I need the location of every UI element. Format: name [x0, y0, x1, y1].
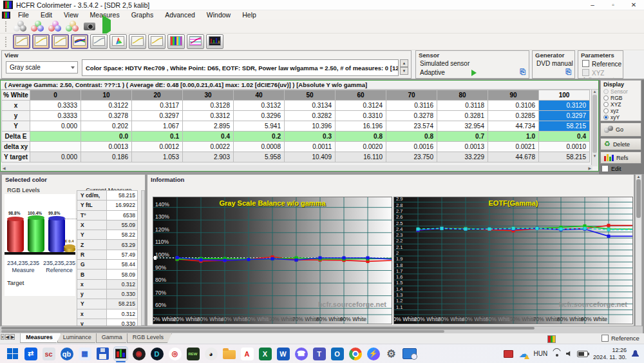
table-cell[interactable]: 0.3120	[539, 101, 590, 111]
table-cell[interactable]: 0.8	[386, 132, 437, 142]
reference-checkbox[interactable]: Reference	[582, 60, 621, 68]
table-cell[interactable]: 0.3106	[488, 101, 539, 111]
delete-button[interactable]: ♻ Delete	[600, 138, 641, 150]
table-cell[interactable]: 0.4	[183, 132, 234, 142]
start-icon[interactable]	[5, 346, 20, 361]
outlook-icon[interactable]: O	[330, 346, 345, 361]
table-cell[interactable]: 10.396	[285, 121, 336, 132]
battery-icon[interactable]	[577, 351, 588, 357]
cloud-sync-icon[interactable]: ☁	[518, 349, 528, 358]
tab-rgb-levels[interactable]: RGB Levels	[127, 333, 172, 343]
audio-app-icon[interactable]: ◎	[167, 346, 182, 361]
table-cell[interactable]: 0.0012	[132, 142, 183, 152]
row-label[interactable]: x	[2, 101, 30, 111]
calculator-icon[interactable]: ▦	[77, 346, 92, 361]
menu-edit[interactable]: Edit	[35, 11, 58, 19]
row-label[interactable]: delta xy	[2, 142, 30, 152]
view-mode-dropdown[interactable]: Gray scale	[6, 61, 78, 74]
measure-grayscale-icon[interactable]	[13, 20, 28, 32]
chrome-icon[interactable]	[348, 346, 363, 361]
table-cell[interactable]: 0.3132	[234, 101, 285, 111]
table-cell[interactable]: 2.895	[183, 121, 234, 132]
toolbar-grip[interactable]	[5, 21, 8, 32]
clock[interactable]: 12:26 2024. 11. 30.	[593, 347, 627, 361]
spinner-down-icon[interactable]: ▼	[400, 67, 408, 75]
table-cell[interactable]: 0.8	[336, 132, 386, 142]
table-cell[interactable]	[30, 142, 81, 152]
hcfr-app-icon[interactable]	[113, 346, 128, 361]
table-cell[interactable]: 0.3	[285, 132, 336, 142]
spinner-up-icon[interactable]: ▲	[400, 59, 408, 67]
table-cell[interactable]: 0.3333	[30, 101, 81, 111]
graph-nearblack-icon[interactable]	[52, 34, 69, 49]
generator-config-icon[interactable]: ⎘	[565, 68, 571, 76]
table-cell[interactable]: 0.3124	[336, 101, 386, 111]
quickbooks-icon[interactable]: qb	[59, 346, 74, 361]
settings-icon[interactable]: ⚙	[384, 346, 399, 361]
go-button[interactable]: Go	[600, 123, 641, 137]
table-cell[interactable]: 0.3297	[539, 111, 590, 121]
table-cell[interactable]: 0.3122	[81, 101, 132, 111]
table-cell[interactable]: 0.3312	[183, 111, 234, 121]
table-cell[interactable]: 0.0022	[183, 142, 234, 152]
menu-window[interactable]: Window	[201, 11, 236, 19]
table-cell[interactable]: 0.3116	[386, 101, 437, 111]
table-cell[interactable]: 2.903	[183, 152, 234, 162]
word-icon[interactable]: W	[276, 346, 290, 361]
menu-view[interactable]: View	[58, 11, 84, 19]
measure-all-icon[interactable]	[65, 20, 80, 32]
tray-monitor-icon[interactable]	[504, 350, 513, 358]
row-label[interactable]: Y	[2, 121, 30, 132]
table-cell[interactable]: 0.202	[81, 121, 132, 132]
tab-scroll-left[interactable]: ◀	[5, 334, 10, 340]
table-cell[interactable]: 0.3118	[437, 101, 488, 111]
file-explorer-icon[interactable]	[222, 346, 236, 361]
row-label[interactable]: y	[2, 111, 30, 121]
table-cell[interactable]: 0.3310	[336, 111, 386, 121]
tab-measures[interactable]: Measures	[20, 333, 61, 343]
table-cell[interactable]: 16.196	[336, 121, 386, 132]
aperture-app-icon[interactable]: ◉	[131, 346, 146, 361]
graph-color-bars-icon[interactable]	[167, 34, 185, 49]
menu-advanced[interactable]: Advanced	[159, 11, 201, 19]
table-cell[interactable]: 0.0016	[386, 142, 437, 152]
rew-icon[interactable]: REW	[185, 346, 200, 361]
speaker-icon[interactable]	[566, 351, 572, 357]
table-cell[interactable]: 58.215	[539, 152, 590, 162]
measure-secondaries-icon[interactable]	[48, 20, 63, 32]
menu-help[interactable]: Help	[236, 11, 262, 19]
main-horizontal-scrollbar[interactable]	[0, 326, 643, 333]
table-cell[interactable]: 0.3296	[234, 111, 285, 121]
notification-bell-icon[interactable]	[632, 350, 639, 357]
sensor-config-icon[interactable]: ⎘	[520, 68, 526, 76]
acrobat-icon[interactable]: A	[240, 346, 254, 361]
table-cell[interactable]: 23.750	[386, 152, 437, 162]
monitor-clock-icon[interactable]	[402, 346, 417, 361]
minimize-button[interactable]: –	[582, 0, 603, 10]
table-cell[interactable]: 0.3117	[132, 101, 183, 111]
table-cell[interactable]: 0.0011	[285, 142, 336, 152]
table-cell[interactable]: 0.0020	[336, 142, 386, 152]
tab-gamma[interactable]: Gamma	[96, 333, 131, 343]
table-cell[interactable]: 44.678	[488, 152, 539, 162]
column-header-30[interactable]: 30	[183, 90, 234, 101]
table-cell[interactable]: 0.0008	[234, 142, 285, 152]
table-cell[interactable]: 0.3134	[285, 101, 336, 111]
eotf-gamma-chart[interactable]: 2.92.82.72.62.52.42.32.22.121.91.81.71.6…	[393, 197, 633, 324]
table-cell[interactable]: 0.3281	[437, 111, 488, 121]
language-indicator[interactable]: HUN	[533, 350, 547, 357]
column-header-40[interactable]: 40	[234, 90, 285, 101]
graph-measures-bars-icon[interactable]	[187, 34, 204, 49]
row-label[interactable]: Delta E	[2, 132, 30, 142]
teams-icon[interactable]: T	[312, 346, 327, 361]
table-cell[interactable]: 0.000	[30, 121, 81, 132]
table-cell[interactable]: 10.409	[285, 152, 336, 162]
graph-gamma-icon[interactable]	[32, 34, 50, 49]
table-cell[interactable]: 0.3297	[132, 111, 183, 121]
messenger-icon[interactable]: ⚡	[366, 346, 381, 361]
table-cell[interactable]: 0.3282	[285, 111, 336, 121]
save-tool-icon[interactable]	[95, 346, 110, 361]
menu-file[interactable]: File	[12, 11, 35, 19]
table-cell[interactable]: 23.574	[386, 121, 437, 132]
graph-sat-shift-icon[interactable]	[148, 34, 166, 49]
